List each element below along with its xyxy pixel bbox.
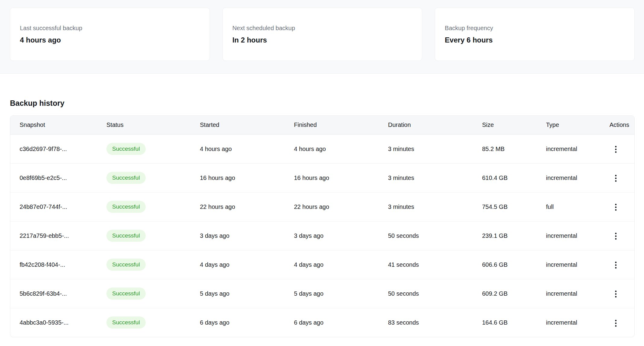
card-value: Every 6 hours [445, 36, 625, 45]
kebab-vertical-icon [615, 146, 617, 153]
snapshot-id: fb42c208-f404-... [10, 250, 106, 279]
kebab-vertical-icon [615, 233, 617, 240]
finished-cell: 22 hours ago [294, 192, 388, 221]
started-cell: 16 hours ago [200, 163, 294, 192]
duration-cell: 83 seconds [388, 308, 482, 337]
row-actions-button[interactable] [609, 143, 622, 156]
size-cell: 606.6 GB [482, 250, 546, 279]
column-header-finished: Finished [294, 116, 388, 134]
table-row: 0e8f69b5-e2c5-... Successful 16 hours ag… [10, 163, 634, 192]
card-next-scheduled-backup: Next scheduled backup In 2 hours [223, 8, 422, 61]
finished-cell: 5 days ago [294, 279, 388, 308]
table-row: c36d2697-9f78-... Successful 4 hours ago… [10, 134, 634, 163]
table-row: 2217a759-ebb5-... Successful 3 days ago … [10, 221, 634, 250]
row-actions-button[interactable] [609, 201, 622, 214]
snapshot-id: 5b6c829f-63b4-... [10, 279, 106, 308]
card-backup-frequency: Backup frequency Every 6 hours [435, 8, 635, 61]
column-header-started: Started [200, 116, 294, 134]
duration-cell: 50 seconds [388, 279, 482, 308]
duration-cell: 41 seconds [388, 250, 482, 279]
status-badge: Successful [106, 288, 146, 300]
table-row: 4abbc3a0-5935-... Successful 6 days ago … [10, 308, 634, 337]
snapshot-id: 4abbc3a0-5935-... [10, 308, 106, 337]
column-header-duration: Duration [388, 116, 482, 134]
card-value: 4 hours ago [20, 36, 200, 45]
card-label: Next scheduled backup [232, 24, 412, 32]
size-cell: 754.5 GB [482, 192, 546, 221]
backup-history-table-container: Snapshot Status Started Finished Duratio… [10, 115, 635, 337]
table-row: 24b87e07-744f-... Successful 22 hours ag… [10, 192, 634, 221]
type-cell: incremental [546, 250, 596, 279]
column-header-type: Type [546, 116, 596, 134]
size-cell: 164.6 GB [482, 308, 546, 337]
status-badge: Successful [106, 143, 146, 155]
column-header-size: Size [482, 116, 546, 134]
column-header-snapshot: Snapshot [10, 116, 106, 134]
kebab-vertical-icon [615, 204, 617, 211]
summary-strip: Last successful backup 4 hours ago Next … [0, 0, 644, 74]
row-actions-button[interactable] [609, 317, 622, 329]
duration-cell: 3 minutes [388, 192, 482, 221]
started-cell: 4 days ago [200, 250, 294, 279]
card-label: Backup frequency [445, 24, 625, 32]
backup-history-section: Backup history Snapshot Status Started F… [0, 99, 644, 337]
card-label: Last successful backup [20, 24, 200, 32]
kebab-vertical-icon [615, 320, 617, 327]
table-row: 5b6c829f-63b4-... Successful 5 days ago … [10, 279, 634, 308]
duration-cell: 3 minutes [388, 134, 482, 163]
row-actions-button[interactable] [609, 230, 622, 243]
finished-cell: 4 hours ago [294, 134, 388, 163]
kebab-vertical-icon [615, 175, 617, 182]
row-actions-button[interactable] [609, 288, 622, 300]
type-cell: incremental [546, 221, 596, 250]
snapshot-id: c36d2697-9f78-... [10, 134, 106, 163]
type-cell: incremental [546, 308, 596, 337]
type-cell: incremental [546, 134, 596, 163]
size-cell: 610.4 GB [482, 163, 546, 192]
status-badge: Successful [106, 201, 146, 213]
finished-cell: 6 days ago [294, 308, 388, 337]
status-badge: Successful [106, 259, 146, 271]
size-cell: 85.2 MB [482, 134, 546, 163]
started-cell: 3 days ago [200, 221, 294, 250]
page-title: Backup history [10, 99, 635, 108]
column-header-status: Status [106, 116, 200, 134]
kebab-vertical-icon [615, 291, 617, 297]
finished-cell: 16 hours ago [294, 163, 388, 192]
finished-cell: 4 days ago [294, 250, 388, 279]
status-badge: Successful [106, 172, 146, 184]
backup-history-table: Snapshot Status Started Finished Duratio… [10, 116, 634, 337]
card-last-successful-backup: Last successful backup 4 hours ago [10, 8, 210, 61]
size-cell: 239.1 GB [482, 221, 546, 250]
column-header-actions: Actions [596, 116, 634, 134]
card-value: In 2 hours [232, 36, 412, 45]
snapshot-id: 24b87e07-744f-... [10, 192, 106, 221]
started-cell: 4 hours ago [200, 134, 294, 163]
type-cell: incremental [546, 279, 596, 308]
duration-cell: 3 minutes [388, 163, 482, 192]
kebab-vertical-icon [615, 262, 617, 269]
size-cell: 609.2 GB [482, 279, 546, 308]
row-actions-button[interactable] [609, 172, 622, 185]
type-cell: incremental [546, 163, 596, 192]
snapshot-id: 2217a759-ebb5-... [10, 221, 106, 250]
duration-cell: 50 seconds [388, 221, 482, 250]
started-cell: 6 days ago [200, 308, 294, 337]
table-row: fb42c208-f404-... Successful 4 days ago … [10, 250, 634, 279]
started-cell: 5 days ago [200, 279, 294, 308]
table-header-row: Snapshot Status Started Finished Duratio… [10, 116, 634, 134]
snapshot-id: 0e8f69b5-e2c5-... [10, 163, 106, 192]
finished-cell: 3 days ago [294, 221, 388, 250]
status-badge: Successful [106, 316, 146, 329]
row-actions-button[interactable] [609, 259, 622, 272]
status-badge: Successful [106, 230, 146, 242]
started-cell: 22 hours ago [200, 192, 294, 221]
type-cell: full [546, 192, 596, 221]
